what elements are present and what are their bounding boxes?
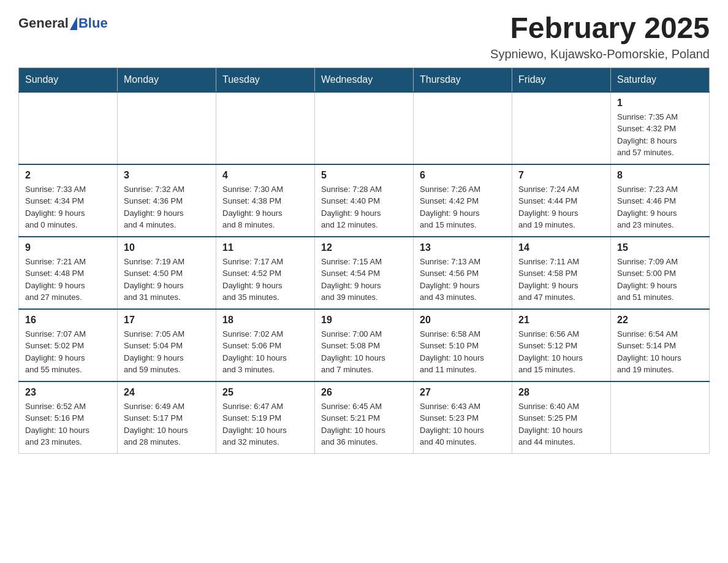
day-number: 24 xyxy=(124,387,210,398)
day-number: 23 xyxy=(25,387,111,398)
day-info: Sunrise: 7:28 AMSunset: 4:40 PMDaylight:… xyxy=(321,183,407,231)
day-number: 28 xyxy=(518,387,604,398)
day-info: Sunrise: 6:40 AMSunset: 5:25 PMDaylight:… xyxy=(518,400,604,448)
calendar-day-cell: 12Sunrise: 7:15 AMSunset: 4:54 PMDayligh… xyxy=(315,237,414,309)
day-info: Sunrise: 6:47 AMSunset: 5:19 PMDaylight:… xyxy=(222,400,308,448)
calendar-day-cell: 15Sunrise: 7:09 AMSunset: 5:00 PMDayligh… xyxy=(611,237,710,309)
day-number: 21 xyxy=(518,315,604,326)
day-number: 27 xyxy=(420,387,506,398)
logo-triangle-icon xyxy=(70,17,77,30)
day-info: Sunrise: 6:56 AMSunset: 5:12 PMDaylight:… xyxy=(518,328,604,376)
month-title: February 2025 xyxy=(490,12,710,45)
calendar-day-cell: 17Sunrise: 7:05 AMSunset: 5:04 PMDayligh… xyxy=(118,309,216,381)
header: General Blue February 2025 Sypniewo, Kuj… xyxy=(18,12,710,61)
calendar-day-cell: 8Sunrise: 7:23 AMSunset: 4:46 PMDaylight… xyxy=(611,164,710,237)
day-info: Sunrise: 6:43 AMSunset: 5:23 PMDaylight:… xyxy=(420,400,506,448)
calendar-day-cell xyxy=(19,92,118,164)
day-info: Sunrise: 7:33 AMSunset: 4:34 PMDaylight:… xyxy=(25,183,111,231)
day-number: 1 xyxy=(617,98,703,109)
calendar-day-cell: 23Sunrise: 6:52 AMSunset: 5:16 PMDayligh… xyxy=(19,381,118,454)
calendar-day-cell: 3Sunrise: 7:32 AMSunset: 4:36 PMDaylight… xyxy=(118,164,216,237)
calendar-day-cell xyxy=(216,92,315,164)
day-number: 11 xyxy=(222,242,308,253)
day-info: Sunrise: 7:23 AMSunset: 4:46 PMDaylight:… xyxy=(617,183,703,231)
header-friday: Friday xyxy=(512,67,611,92)
day-info: Sunrise: 7:35 AMSunset: 4:32 PMDaylight:… xyxy=(617,111,703,159)
day-number: 15 xyxy=(617,242,703,253)
day-number: 13 xyxy=(420,242,506,253)
day-info: Sunrise: 7:21 AMSunset: 4:48 PMDaylight:… xyxy=(25,256,111,304)
day-info: Sunrise: 7:09 AMSunset: 5:00 PMDaylight:… xyxy=(617,256,703,304)
calendar-day-cell: 26Sunrise: 6:45 AMSunset: 5:21 PMDayligh… xyxy=(315,381,414,454)
calendar-day-cell xyxy=(118,92,216,164)
day-number: 17 xyxy=(124,315,210,326)
calendar-day-cell: 18Sunrise: 7:02 AMSunset: 5:06 PMDayligh… xyxy=(216,309,315,381)
day-info: Sunrise: 7:11 AMSunset: 4:58 PMDaylight:… xyxy=(518,256,604,304)
calendar-day-cell: 5Sunrise: 7:28 AMSunset: 4:40 PMDaylight… xyxy=(315,164,414,237)
day-number: 12 xyxy=(321,242,407,253)
day-number: 7 xyxy=(518,170,604,181)
calendar-header-row: Sunday Monday Tuesday Wednesday Thursday… xyxy=(19,67,710,92)
calendar-day-cell: 2Sunrise: 7:33 AMSunset: 4:34 PMDaylight… xyxy=(19,164,118,237)
day-info: Sunrise: 7:32 AMSunset: 4:36 PMDaylight:… xyxy=(124,183,210,231)
location-subtitle: Sypniewo, Kujawsko-Pomorskie, Poland xyxy=(490,47,710,61)
calendar-day-cell: 7Sunrise: 7:24 AMSunset: 4:44 PMDaylight… xyxy=(512,164,611,237)
day-info: Sunrise: 7:30 AMSunset: 4:38 PMDaylight:… xyxy=(222,183,308,231)
header-tuesday: Tuesday xyxy=(216,67,315,92)
calendar-week-row: 16Sunrise: 7:07 AMSunset: 5:02 PMDayligh… xyxy=(19,309,710,381)
day-info: Sunrise: 7:24 AMSunset: 4:44 PMDaylight:… xyxy=(518,183,604,231)
day-info: Sunrise: 6:58 AMSunset: 5:10 PMDaylight:… xyxy=(420,328,506,376)
page-container: General Blue February 2025 Sypniewo, Kuj… xyxy=(18,12,710,454)
day-info: Sunrise: 7:26 AMSunset: 4:42 PMDaylight:… xyxy=(420,183,506,231)
calendar-day-cell xyxy=(512,92,611,164)
day-number: 14 xyxy=(518,242,604,253)
calendar-day-cell: 25Sunrise: 6:47 AMSunset: 5:19 PMDayligh… xyxy=(216,381,315,454)
day-info: Sunrise: 7:07 AMSunset: 5:02 PMDaylight:… xyxy=(25,328,111,376)
header-saturday: Saturday xyxy=(611,67,710,92)
calendar-day-cell: 9Sunrise: 7:21 AMSunset: 4:48 PMDaylight… xyxy=(19,237,118,309)
day-info: Sunrise: 6:45 AMSunset: 5:21 PMDaylight:… xyxy=(321,400,407,448)
calendar-day-cell: 22Sunrise: 6:54 AMSunset: 5:14 PMDayligh… xyxy=(611,309,710,381)
day-number: 2 xyxy=(25,170,111,181)
day-number: 4 xyxy=(222,170,308,181)
calendar-week-row: 23Sunrise: 6:52 AMSunset: 5:16 PMDayligh… xyxy=(19,381,710,454)
calendar-day-cell: 19Sunrise: 7:00 AMSunset: 5:08 PMDayligh… xyxy=(315,309,414,381)
day-number: 18 xyxy=(222,315,308,326)
day-number: 25 xyxy=(222,387,308,398)
day-number: 22 xyxy=(617,315,703,326)
calendar-day-cell: 4Sunrise: 7:30 AMSunset: 4:38 PMDaylight… xyxy=(216,164,315,237)
calendar-day-cell xyxy=(414,92,512,164)
day-info: Sunrise: 6:49 AMSunset: 5:17 PMDaylight:… xyxy=(124,400,210,448)
calendar-day-cell: 6Sunrise: 7:26 AMSunset: 4:42 PMDaylight… xyxy=(414,164,512,237)
header-sunday: Sunday xyxy=(19,67,118,92)
header-wednesday: Wednesday xyxy=(315,67,414,92)
header-monday: Monday xyxy=(118,67,216,92)
day-info: Sunrise: 7:15 AMSunset: 4:54 PMDaylight:… xyxy=(321,256,407,304)
calendar-day-cell: 14Sunrise: 7:11 AMSunset: 4:58 PMDayligh… xyxy=(512,237,611,309)
logo-text-general: General xyxy=(18,15,69,31)
day-info: Sunrise: 7:17 AMSunset: 4:52 PMDaylight:… xyxy=(222,256,308,304)
day-info: Sunrise: 6:52 AMSunset: 5:16 PMDaylight:… xyxy=(25,400,111,448)
title-section: February 2025 Sypniewo, Kujawsko-Pomorsk… xyxy=(490,12,710,61)
logo: General Blue xyxy=(18,12,108,31)
calendar-day-cell: 13Sunrise: 7:13 AMSunset: 4:56 PMDayligh… xyxy=(414,237,512,309)
calendar-day-cell: 21Sunrise: 6:56 AMSunset: 5:12 PMDayligh… xyxy=(512,309,611,381)
day-number: 20 xyxy=(420,315,506,326)
day-number: 6 xyxy=(420,170,506,181)
day-info: Sunrise: 7:13 AMSunset: 4:56 PMDaylight:… xyxy=(420,256,506,304)
logo-text-blue: Blue xyxy=(78,15,108,31)
calendar-day-cell: 20Sunrise: 6:58 AMSunset: 5:10 PMDayligh… xyxy=(414,309,512,381)
day-number: 9 xyxy=(25,242,111,253)
calendar-day-cell: 11Sunrise: 7:17 AMSunset: 4:52 PMDayligh… xyxy=(216,237,315,309)
day-info: Sunrise: 7:02 AMSunset: 5:06 PMDaylight:… xyxy=(222,328,308,376)
day-number: 19 xyxy=(321,315,407,326)
calendar-day-cell: 10Sunrise: 7:19 AMSunset: 4:50 PMDayligh… xyxy=(118,237,216,309)
calendar-day-cell xyxy=(315,92,414,164)
calendar-table: Sunday Monday Tuesday Wednesday Thursday… xyxy=(18,67,710,454)
day-info: Sunrise: 7:00 AMSunset: 5:08 PMDaylight:… xyxy=(321,328,407,376)
calendar-week-row: 9Sunrise: 7:21 AMSunset: 4:48 PMDaylight… xyxy=(19,237,710,309)
day-number: 5 xyxy=(321,170,407,181)
day-number: 3 xyxy=(124,170,210,181)
header-thursday: Thursday xyxy=(414,67,512,92)
calendar-day-cell: 28Sunrise: 6:40 AMSunset: 5:25 PMDayligh… xyxy=(512,381,611,454)
